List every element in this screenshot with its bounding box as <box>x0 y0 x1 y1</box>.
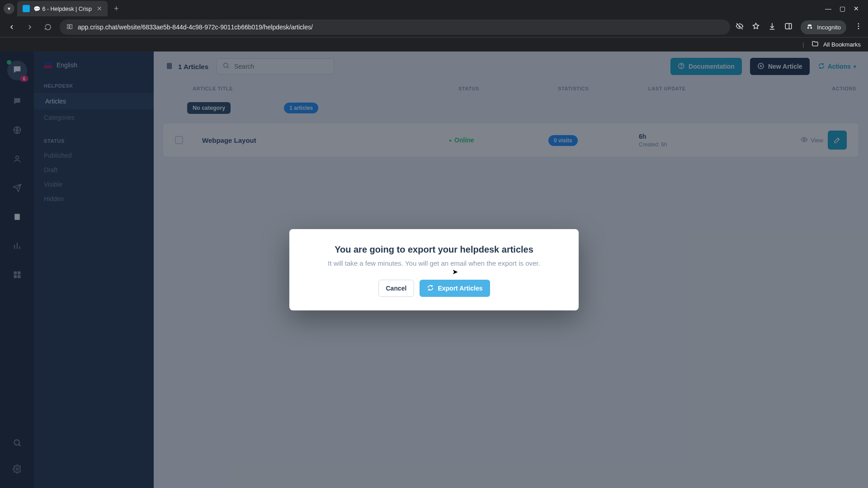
toolbar-right: Incognito <box>736 20 863 34</box>
modal-overlay[interactable]: You are going to export your helpdesk ar… <box>0 52 868 488</box>
window-controls: — ▢ ✕ <box>825 5 864 12</box>
incognito-label: Incognito <box>817 24 841 31</box>
cancel-button[interactable]: Cancel <box>378 280 415 297</box>
svg-rect-3 <box>785 23 792 29</box>
star-icon[interactable] <box>752 22 760 32</box>
bookmarks-bar: | All Bookmarks <box>0 37 868 52</box>
folder-icon <box>811 40 819 49</box>
modal-title: You are going to export your helpdesk ar… <box>306 244 562 255</box>
close-tab-icon[interactable]: ✕ <box>97 5 102 12</box>
separator: | <box>803 41 804 48</box>
kebab-menu-icon[interactable] <box>854 22 863 32</box>
modal-body: It will take a few minutes. You will get… <box>306 259 562 267</box>
new-tab-button[interactable]: + <box>110 4 123 14</box>
tab-bar: ▾ 💬 6 - Helpdesk | Crisp ✕ + — ▢ ✕ <box>0 0 868 17</box>
crisp-favicon <box>23 5 30 12</box>
refresh-icon <box>427 284 434 293</box>
incognito-icon <box>806 23 813 32</box>
incognito-badge[interactable]: Incognito <box>801 20 846 34</box>
export-articles-button[interactable]: Export Articles <box>420 280 490 297</box>
svg-point-7 <box>858 28 859 29</box>
url-text: app.crisp.chat/website/6833ae5b-844d-4c9… <box>78 23 313 31</box>
site-settings-icon[interactable] <box>66 23 73 32</box>
back-button[interactable] <box>5 21 18 33</box>
export-modal: You are going to export your helpdesk ar… <box>289 229 579 310</box>
svg-point-5 <box>858 23 859 24</box>
svg-rect-1 <box>67 27 70 28</box>
eye-off-icon[interactable] <box>736 22 744 32</box>
url-field[interactable]: app.crisp.chat/website/6833ae5b-844d-4c9… <box>60 19 730 35</box>
close-window-icon[interactable]: ✕ <box>854 5 859 12</box>
modal-actions: Cancel Export Articles <box>306 280 562 297</box>
tab-title: 💬 6 - Helpdesk | Crisp <box>33 5 93 12</box>
sidepanel-icon[interactable] <box>784 22 793 32</box>
reload-button[interactable] <box>42 21 54 33</box>
forward-button[interactable] <box>24 21 36 33</box>
tab-search-button[interactable]: ▾ <box>4 3 14 14</box>
app-root: 6 English HELPDESK Articles Categories S… <box>0 52 868 488</box>
address-bar: app.crisp.chat/website/6833ae5b-844d-4c9… <box>0 17 868 37</box>
svg-rect-0 <box>67 24 70 26</box>
browser-chrome: ▾ 💬 6 - Helpdesk | Crisp ✕ + — ▢ ✕ app.c… <box>0 0 868 52</box>
svg-rect-2 <box>70 24 72 28</box>
minimize-icon[interactable]: — <box>825 5 831 12</box>
download-icon[interactable] <box>768 22 776 32</box>
browser-tab[interactable]: 💬 6 - Helpdesk | Crisp ✕ <box>17 1 108 16</box>
maximize-icon[interactable]: ▢ <box>840 5 845 12</box>
all-bookmarks-link[interactable]: All Bookmarks <box>823 41 861 48</box>
chevron-down-icon: ▾ <box>8 5 10 12</box>
svg-point-6 <box>858 26 859 27</box>
